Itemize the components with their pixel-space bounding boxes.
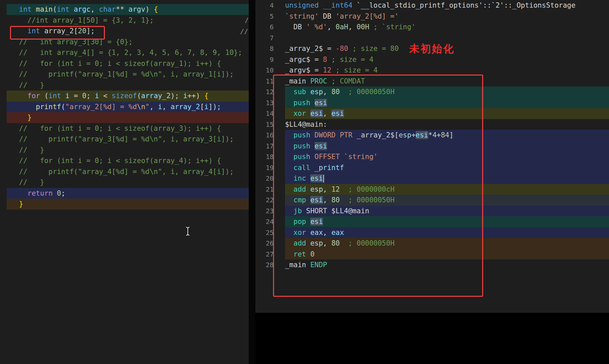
code-token: ** <box>116 5 129 13</box>
line-content: push esi <box>285 97 609 108</box>
code-token: __int64 <box>323 1 353 9</box>
asm-line[interactable]: 18 push OFFSET `string' <box>255 151 609 162</box>
code-token <box>19 113 27 121</box>
code-token: char <box>99 5 116 13</box>
code-token: 'array_2[%d] =' <box>336 12 399 20</box>
code-token: argv <box>129 5 146 13</box>
source-line[interactable]: for (int i = 0; i < sizeof(array_2); i++… <box>7 91 249 101</box>
code-token: ; <box>61 189 65 197</box>
line-number: 20 <box>255 173 274 184</box>
line-number: 26 <box>255 238 274 249</box>
code-token: esi <box>416 131 428 139</box>
line-number: 11 <box>255 76 274 87</box>
source-line[interactable]: // printf("array_1[%d] = %d\n", i, array… <box>7 69 249 80</box>
line-content: DB ' %d', 0aH, 00H ; `string' <box>285 22 609 33</box>
asm-line[interactable]: 24 pop esi <box>255 216 609 227</box>
asm-line[interactable]: 19 call _printf <box>255 162 609 173</box>
source-line[interactable]: // int array_4[] = {1, 2, 3, 4, 5, 6, 7,… <box>7 47 249 58</box>
code-token: add <box>293 185 306 193</box>
source-line[interactable]: } <box>7 199 249 210</box>
code-token: esi <box>315 142 327 150</box>
asm-line[interactable]: 4unsigned __int64 `__local_stdio_printf_… <box>255 0 609 11</box>
editor-scrollbar[interactable]: / // <box>240 0 249 364</box>
asm-line[interactable]: 16 push DWORD PTR _array_2$[esp+esi*4+84… <box>255 130 609 141</box>
code-token: // } <box>19 146 44 154</box>
code-token: , <box>162 103 170 111</box>
asm-line[interactable]: 5`string' DB 'array_2[%d] =' <box>255 11 609 22</box>
asm-line[interactable]: 20 inc esi <box>255 173 609 184</box>
panel-divider[interactable] <box>249 0 255 364</box>
source-line[interactable]: //int array_1[50] = {3, 2, 1}; <box>7 15 249 26</box>
asm-line[interactable]: 12 sub esp, 80 ; 00000050H <box>255 87 609 97</box>
code-token: esi <box>310 196 323 204</box>
source-code-editor[interactable]: int main(int argc, char** argv) { //int … <box>0 0 249 364</box>
assembly-output-panel[interactable]: 4unsigned __int64 `__local_stdio_printf_… <box>255 0 609 313</box>
code-token: push <box>293 153 310 161</box>
code-token <box>285 196 293 204</box>
asm-line[interactable]: 13 push esi <box>255 97 609 108</box>
source-line[interactable]: int main(int argc, char** argv) { <box>7 4 249 15</box>
asm-line[interactable]: 22 cmp esi, 80 ; 00000050H <box>255 195 609 206</box>
source-line[interactable]: // printf("array_3[%d] = %d\n", i, array… <box>7 134 249 145</box>
line-number: 8 <box>255 43 274 54</box>
code-token: int <box>57 5 70 13</box>
source-line[interactable]: printf("array_2[%d] = %d\n", i, array_2[… <box>7 101 249 112</box>
code-token <box>306 196 310 204</box>
source-line[interactable]: // for (int i = 0; i < sizeof(array_4); … <box>7 155 249 166</box>
source-line[interactable]: // printf("array_4[%d] = %d\n", i, array… <box>7 166 249 177</box>
code-token: 12 <box>331 185 340 193</box>
asm-line[interactable]: 23 jb SHORT $LL4@main <box>255 206 609 217</box>
asm-line[interactable]: 11_main PROC ; COMDAT <box>255 76 609 87</box>
asm-line[interactable]: 27 ret 0 <box>255 249 609 260</box>
asm-line[interactable]: 14 xor esi, esi <box>255 108 609 119</box>
code-token: , <box>323 88 331 96</box>
code-token <box>19 189 27 197</box>
code-token <box>285 185 293 193</box>
source-line[interactable]: // } <box>7 80 249 91</box>
code-token: PROC <box>310 77 327 85</box>
code-token: main <box>36 5 53 13</box>
asm-line[interactable]: 21 add esp, 12 ; 0000000cH <box>255 184 609 195</box>
code-token: _main <box>285 77 306 85</box>
asm-line[interactable]: 25 xor eax, eax <box>255 227 609 238</box>
line-content: jb SHORT $LL4@main <box>285 206 609 217</box>
asm-line[interactable]: 6 DB ' %d', 0aH, 00H ; `string' <box>255 22 609 33</box>
code-token: ] <box>449 131 454 139</box>
code-token: ; <box>86 92 95 100</box>
asm-line[interactable]: 10_argv$ = 12 ; size = 4 <box>255 65 609 76</box>
source-line[interactable]: return 0; <box>7 188 249 199</box>
line-content: //int array_1[50] = {3, 2, 1}; <box>19 16 154 24</box>
mouse-ibeam-cursor <box>185 227 190 236</box>
code-token: push <box>293 99 310 107</box>
code-token: ( <box>53 5 57 13</box>
source-line[interactable]: // int array_3[30] = {0}; <box>7 37 249 48</box>
source-line[interactable]: // for (int i = 0; i < sizeof(array_3); … <box>7 123 249 134</box>
asm-line[interactable]: 15$LL4@main: <box>255 119 609 130</box>
line-content: for (int i = 0; i < sizeof(array_2); i++… <box>19 92 208 100</box>
line-content: } <box>19 200 23 208</box>
asm-line[interactable]: 17 push esi <box>255 141 609 152</box>
code-token <box>306 239 310 247</box>
line-number: 10 <box>255 65 274 76</box>
code-token <box>310 131 315 139</box>
asm-line[interactable]: 26 add esp, 80 ; 00000050H <box>255 238 609 249</box>
source-line[interactable]: // } <box>7 145 249 156</box>
text-caret <box>323 175 324 183</box>
code-token <box>285 109 293 117</box>
source-line[interactable]: // } <box>7 177 249 188</box>
code-token: 00H <box>357 23 369 31</box>
code-token <box>285 229 293 237</box>
code-token <box>369 23 374 31</box>
code-token <box>306 77 310 85</box>
code-token: jb <box>293 207 302 215</box>
code-token <box>310 164 315 172</box>
line-content: // } <box>19 146 44 154</box>
source-line[interactable]: } <box>7 112 249 123</box>
source-line[interactable]: // for (int i = 0; i < sizeof(array_1); … <box>7 58 249 69</box>
source-line[interactable]: int array_2[20]; <box>7 26 249 37</box>
line-content: // for (int i = 0; i < sizeof(array_3); … <box>19 124 221 132</box>
line-content: unsigned __int64 `__local_stdio_printf_o… <box>285 0 609 11</box>
code-token: // int array_3[30] = {0}; <box>19 38 133 46</box>
code-token: ; 0000000cH <box>348 185 395 193</box>
asm-line[interactable]: 28_main ENDP <box>255 260 609 271</box>
